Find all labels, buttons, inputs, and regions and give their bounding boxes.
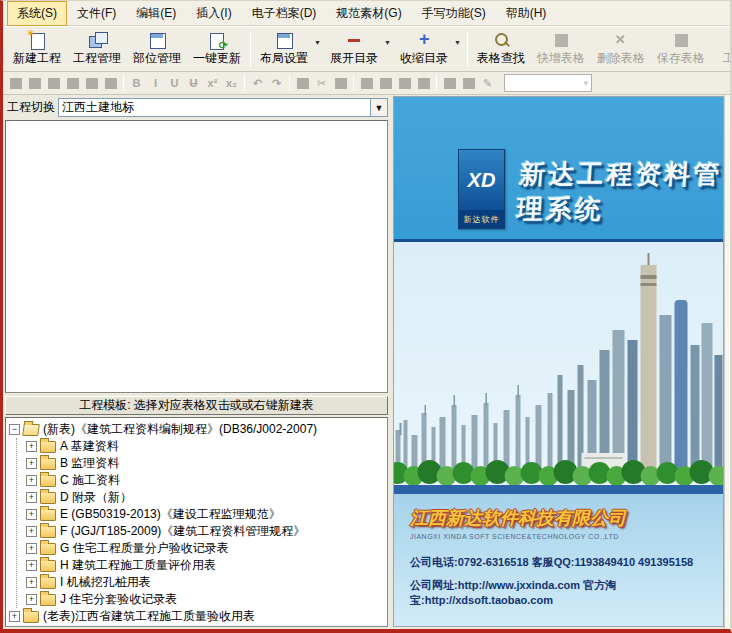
tree-expander-icon[interactable]: + — [26, 594, 37, 605]
一键更新-button[interactable]: 一键更新 — [187, 29, 247, 69]
tree-item-label: D 附录（新） — [60, 489, 132, 506]
tree-row[interactable]: +D 附录（新） — [17, 489, 385, 506]
toolbar-button-label: 删除表格 — [597, 50, 645, 67]
tree-expander-icon[interactable]: + — [26, 509, 37, 520]
toolbar-separator — [250, 31, 251, 67]
right-scroll-strip[interactable] — [724, 95, 730, 629]
展开目录-button[interactable]: 展开目录 — [324, 29, 384, 69]
收缩目录-button[interactable]: 收缩目录 — [394, 29, 454, 69]
superscript-icon: x² — [204, 75, 221, 91]
company-phone-line: 公司电话:0792-6316518 客服QQ:1193849410 491395… — [410, 555, 723, 570]
tree-row[interactable]: +(老表)江西省建筑工程施工质量验收用表 — [9, 608, 385, 625]
project-switch-combobox[interactable]: 江西土建地标 ▼ — [58, 98, 388, 117]
toolbar-button-label: 布局设置 — [260, 50, 308, 67]
工程符-button: 工程符 — [711, 29, 730, 69]
tree-item-label: E (GB50319-2013)《建设工程监理规范》 — [60, 506, 281, 523]
folder-icon — [23, 611, 39, 623]
dropdown-arrow-icon[interactable]: ▼ — [314, 39, 321, 46]
dropdown-arrow-icon[interactable]: ▼ — [454, 39, 461, 46]
quick-add-table-icon — [551, 32, 571, 49]
toolbar-separator — [436, 75, 437, 91]
cut-icon: ✂ — [313, 75, 330, 91]
布局设置-button[interactable]: 布局设置 — [254, 29, 314, 69]
right-pane: XD 新达软件 新达工程资料管理系统 — [391, 95, 730, 629]
新建工程-button[interactable]: 新建工程 — [7, 29, 67, 69]
表格查找-button[interactable]: 表格查找 — [471, 29, 531, 69]
tree-item-label: C 施工资料 — [60, 472, 120, 489]
xd-logo-text: XD — [459, 150, 504, 210]
menu-item-s[interactable]: 系统(S) — [7, 1, 67, 26]
xd-logo: XD 新达软件 — [458, 149, 505, 229]
dropdown-arrow-icon[interactable]: ▼ — [384, 39, 391, 46]
edit-pencil-icon: ✎ — [479, 75, 496, 91]
工程管理-button[interactable]: 工程管理 — [67, 29, 127, 69]
tree-row[interactable]: +G 住宅工程质量分户验收记录表 — [17, 540, 385, 557]
tree-expander-icon[interactable]: + — [26, 577, 37, 588]
city-skyline-image — [394, 242, 723, 485]
toolbar-button-label: 收缩目录 — [400, 50, 448, 67]
underline-icon: U — [166, 75, 183, 91]
toolbar-button-label: 工程符 — [723, 50, 730, 67]
folder-icon — [40, 577, 56, 589]
combo-dropdown-icon[interactable]: ▼ — [370, 99, 387, 116]
tree-expander-icon[interactable]: + — [9, 611, 20, 622]
menu-item-g[interactable]: 规范素材(G) — [326, 1, 411, 26]
left-pane: 工程切换 江西土建地标 ▼ 工程模板: 选择对应表格双击或或右键新建表 −(新表… — [3, 95, 391, 629]
tree-expander-icon[interactable]: − — [9, 424, 20, 435]
company-web-line: 公司网址:http://www.jxxinda.com 官方淘宝:http://… — [410, 578, 723, 608]
tree-expander-icon[interactable]: + — [26, 560, 37, 571]
menu-item-i[interactable]: 插入(I) — [186, 1, 241, 26]
tree-row[interactable]: +I 机械挖孔桩用表 — [17, 574, 385, 591]
快增表格-button: 快增表格 — [531, 29, 591, 69]
toolbar-button-label: 快增表格 — [537, 50, 585, 67]
menu-item-h[interactable]: 帮助(H) — [496, 1, 557, 26]
menu-item-s[interactable]: 手写功能(S) — [412, 1, 496, 26]
部位管理-button[interactable]: 部位管理 — [127, 29, 187, 69]
menu-item-f[interactable]: 文件(F) — [67, 1, 126, 26]
toolbar-separator — [244, 75, 245, 91]
document-blank-panel[interactable] — [5, 120, 388, 393]
layout-settings-icon — [274, 32, 294, 49]
toolbar-separator — [467, 31, 468, 67]
tree-row[interactable]: +C 施工资料 — [17, 472, 385, 489]
tree-row[interactable]: +J 住宅分套验收记录表 — [17, 591, 385, 608]
menu-item-d[interactable]: 电子档案(D) — [242, 1, 327, 26]
tree-item-label: G 住宅工程质量分户验收记录表 — [60, 540, 229, 557]
tree-expander-icon[interactable]: + — [26, 458, 37, 469]
tree-expander-icon[interactable]: + — [26, 526, 37, 537]
tree-row[interactable]: −(新表)《建筑工程资料编制规程》(DB36/J002-2007) — [9, 421, 385, 438]
folder-icon — [40, 492, 56, 504]
toolbar-button-label: 保存表格 — [657, 50, 705, 67]
tree-row[interactable]: +H 建筑工程施工质量评价用表 — [17, 557, 385, 574]
tree-children: +A 基建资料+B 监理资料+C 施工资料+D 附录（新）+E (GB50319… — [16, 438, 385, 608]
delete-table-icon — [611, 32, 631, 49]
banner: XD 新达软件 新达工程资料管理系统 — [394, 97, 723, 239]
tree-row[interactable]: +A 基建资料 — [17, 438, 385, 455]
strikethrough-icon: U — [185, 75, 202, 91]
template-tree[interactable]: −(新表)《建筑工程资料编制规程》(DB36/J002-2007)+A 基建资料… — [5, 417, 388, 627]
tree-row[interactable]: +B 监理资料 — [17, 455, 385, 472]
tree-expander-icon[interactable]: + — [26, 475, 37, 486]
tree-expander-icon[interactable]: + — [26, 441, 37, 452]
new-project-icon — [27, 32, 47, 49]
main-toolbar: 新建工程工程管理部位管理一键更新布局设置▼展开目录▼收缩目录▼表格查找快增表格删… — [3, 26, 730, 72]
part-manage-icon — [147, 32, 167, 49]
tree-expander-icon[interactable]: + — [26, 492, 37, 503]
tree-expander-icon[interactable]: + — [26, 543, 37, 554]
menu-item-e[interactable]: 编辑(E) — [126, 1, 186, 26]
toolbar-button-label: 工程管理 — [73, 50, 121, 67]
table-search-icon — [491, 32, 511, 49]
tree-item-label: F (JGJ/T185-2009)《建筑工程资料管理规程》 — [60, 523, 305, 540]
format-block-icon — [83, 75, 100, 91]
tree-row[interactable]: +F (JGJ/T185-2009)《建筑工程资料管理规程》 — [17, 523, 385, 540]
app-banner-title: 新达工程资料管理系统 — [516, 157, 726, 227]
folder-icon — [40, 509, 56, 521]
toolbar-button-label: 新建工程 — [13, 50, 61, 67]
table-fill-icon — [460, 75, 477, 91]
tree-item-label: A 基建资料 — [60, 438, 119, 455]
tree-row[interactable]: +E (GB50319-2013)《建设工程监理规范》 — [17, 506, 385, 523]
format-block-icon — [64, 75, 81, 91]
blue-band-divider — [394, 485, 723, 494]
xd-logo-subtext: 新达软件 — [459, 210, 504, 228]
folder-icon — [40, 594, 56, 606]
